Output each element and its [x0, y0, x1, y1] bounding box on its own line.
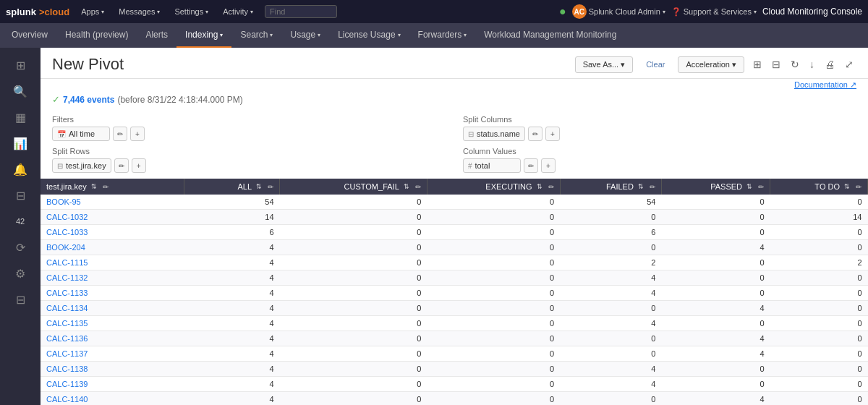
- sort-failed-icon: ⇅: [638, 183, 644, 190]
- cell-key[interactable]: CALC-1134: [41, 301, 184, 316]
- edit-key-icon[interactable]: ✏: [103, 183, 109, 191]
- alerts-sidebar-icon[interactable]: 🔔: [6, 158, 35, 181]
- home-icon[interactable]: ⊞: [6, 54, 35, 77]
- refresh-icon[interactable]: ↻: [788, 57, 802, 72]
- cell-executing: 0: [427, 392, 560, 406]
- nav-forwarders[interactable]: Forwarders ▾: [409, 23, 476, 48]
- cell-failed: 0: [560, 210, 661, 225]
- grid-view-icon[interactable]: ⊞: [750, 57, 765, 72]
- search-sidebar-icon[interactable]: 🔍: [6, 80, 35, 103]
- table-row: CALC-103214000014: [41, 210, 868, 225]
- cell-key[interactable]: CALC-1115: [41, 255, 184, 270]
- edit-executing-icon[interactable]: ✏: [548, 183, 554, 191]
- edit-passed-icon[interactable]: ✏: [758, 183, 764, 191]
- cell-all: 4: [184, 316, 279, 331]
- apps-menu[interactable]: Apps ▾: [75, 4, 110, 19]
- dashboards-icon[interactable]: ⊟: [6, 184, 35, 207]
- filters-add-button[interactable]: +: [130, 127, 145, 141]
- nav-alerts[interactable]: Alerts: [137, 23, 176, 48]
- cell-failed: 4: [560, 270, 661, 286]
- save-as-button[interactable]: Save As... ▾: [575, 56, 634, 73]
- page-title: New Pivot: [52, 55, 575, 74]
- edit-all-icon[interactable]: ✏: [268, 183, 273, 191]
- documentation-link[interactable]: Documentation ↗: [794, 80, 856, 89]
- settings-menu[interactable]: Settings ▾: [169, 4, 214, 19]
- edit-failed-icon[interactable]: ✏: [650, 183, 655, 191]
- fullscreen-icon[interactable]: ⤢: [842, 57, 856, 72]
- edit-todo-icon[interactable]: ✏: [856, 183, 861, 191]
- col-header-custom-fail[interactable]: CUSTOM_FAIL ⇅ ✏: [280, 179, 427, 195]
- nav-health[interactable]: Health (preview): [56, 23, 137, 48]
- filters-edit-button[interactable]: ✏: [113, 127, 127, 141]
- activity-menu[interactable]: Activity ▾: [217, 4, 259, 19]
- cell-key[interactable]: CALC-1138: [41, 362, 184, 377]
- activity-chevron-icon: ▾: [250, 9, 253, 15]
- header-row: test.jira.key ⇅ ✏ ALL ⇅ ✏: [41, 179, 868, 195]
- col-header-todo[interactable]: TO DO ⇅ ✏: [770, 179, 868, 195]
- nav-search[interactable]: Search ▾: [231, 23, 281, 48]
- user-menu[interactable]: AC Splunk Cloud Admin ▾: [572, 4, 665, 19]
- cell-executing: 0: [427, 377, 560, 392]
- cell-all: 4: [184, 392, 279, 406]
- cell-failed: 4: [560, 316, 661, 331]
- column-values-add-button[interactable]: +: [541, 158, 556, 173]
- cell-key[interactable]: CALC-1032: [41, 210, 184, 225]
- find-input[interactable]: [265, 5, 337, 18]
- split-rows-edit-button[interactable]: ✏: [114, 158, 129, 173]
- nav-usage[interactable]: Usage ▾: [281, 23, 329, 48]
- nav-workload[interactable]: Workload Management Monitoring: [475, 23, 625, 48]
- cell-all: 4: [184, 377, 279, 392]
- column-values-section: Column Values # total ✏ +: [463, 147, 856, 173]
- cell-custom_fail: 0: [280, 255, 427, 270]
- table-row: BOOK-9554005400: [41, 195, 868, 210]
- cell-custom_fail: 0: [280, 286, 427, 301]
- messages-menu[interactable]: Messages ▾: [113, 4, 166, 19]
- cell-key[interactable]: BOOK-204: [41, 240, 184, 255]
- settings-sidebar-icon[interactable]: ⚙: [6, 262, 35, 285]
- clear-button[interactable]: Clear: [639, 57, 672, 72]
- cell-executing: 0: [427, 270, 560, 286]
- more-icon[interactable]: ⊟: [6, 288, 35, 311]
- nav-overview[interactable]: Overview: [3, 23, 56, 48]
- logo-cloud: >cloud: [39, 7, 69, 17]
- cell-key[interactable]: CALC-1133: [41, 286, 184, 301]
- recent-icon[interactable]: ⟳: [6, 236, 35, 259]
- edit-custom-fail-icon[interactable]: ✏: [415, 183, 421, 191]
- table-row: BOOK-204400040: [41, 240, 868, 255]
- col-header-key[interactable]: test.jira.key ⇅ ✏: [41, 179, 184, 195]
- badge-icon[interactable]: 42: [6, 210, 35, 233]
- cell-key[interactable]: CALC-1132: [41, 270, 184, 286]
- cell-executing: 0: [427, 225, 560, 240]
- usage-chevron-icon: ▾: [318, 32, 320, 38]
- print-icon[interactable]: 🖨: [822, 57, 838, 72]
- cell-key[interactable]: BOOK-95: [41, 195, 184, 210]
- cell-custom_fail: 0: [280, 195, 427, 210]
- cell-key[interactable]: CALC-1135: [41, 316, 184, 331]
- cell-key[interactable]: CALC-1140: [41, 392, 184, 406]
- column-values-edit-button[interactable]: ✏: [524, 158, 538, 173]
- main-layout: ⊞ 🔍 ▦ 📊 🔔 ⊟ 42 ⟳ ⚙ ⊟ New Pivot Save As..…: [0, 48, 868, 405]
- split-rows-add-button[interactable]: +: [132, 158, 146, 173]
- nav-license-usage[interactable]: License Usage ▾: [329, 23, 409, 48]
- cell-key[interactable]: CALC-1139: [41, 377, 184, 392]
- reports-icon[interactable]: 📊: [6, 132, 35, 155]
- cell-key[interactable]: CALC-1137: [41, 346, 184, 362]
- col-header-all[interactable]: ALL ⇅ ✏: [184, 179, 279, 195]
- cell-key[interactable]: CALC-1033: [41, 225, 184, 240]
- split-columns-add-button[interactable]: +: [545, 127, 560, 141]
- split-columns-edit-button[interactable]: ✏: [528, 127, 542, 141]
- col-header-failed[interactable]: FAILED ⇅ ✏: [560, 179, 661, 195]
- column-values-field: # total: [463, 158, 521, 173]
- col-header-executing[interactable]: EXECUTING ⇅ ✏: [427, 179, 560, 195]
- list-view-icon[interactable]: ⊟: [769, 57, 783, 72]
- nav-indexing[interactable]: Indexing ▾: [176, 23, 231, 48]
- download-icon[interactable]: ↓: [807, 57, 817, 72]
- cell-todo: 2: [770, 255, 868, 270]
- acceleration-button[interactable]: Acceleration ▾: [678, 56, 744, 73]
- support-menu[interactable]: ❓ Support & Services ▾: [671, 7, 757, 17]
- datasets-icon[interactable]: ▦: [6, 106, 35, 129]
- page-header: New Pivot Save As... ▾ Clear Acceleratio…: [41, 48, 868, 79]
- cell-key[interactable]: CALC-1136: [41, 331, 184, 346]
- col-header-passed[interactable]: PASSED ⇅ ✏: [661, 179, 770, 195]
- cell-todo: 0: [770, 316, 868, 331]
